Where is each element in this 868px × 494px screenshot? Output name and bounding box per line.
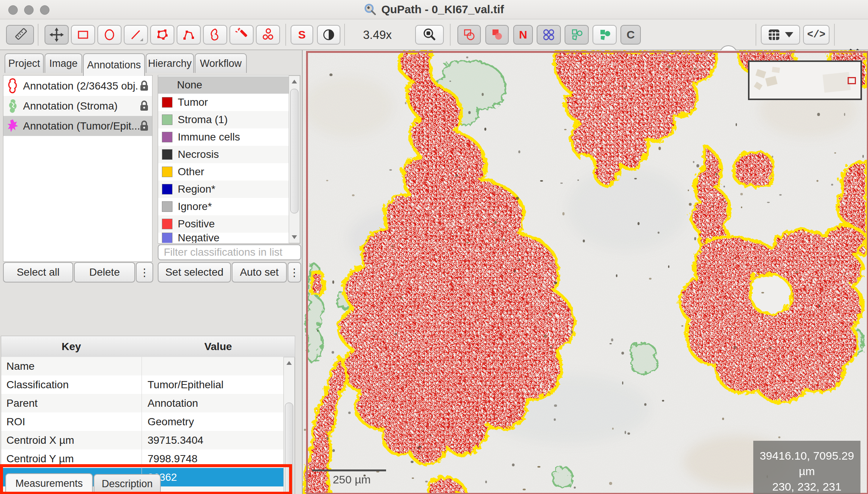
brightness-contrast-button[interactable] [317, 25, 340, 45]
annotation-more-button[interactable]: ⋮ [136, 262, 153, 283]
toolbar-separator [38, 24, 38, 46]
class-list-scrollbar[interactable] [289, 76, 300, 243]
script-editor-button[interactable]: </> [803, 25, 830, 45]
scrollbar-thumb[interactable] [290, 89, 299, 213]
class-list: None Tumor Stroma (1) Immune cells Necro… [158, 75, 300, 244]
class-row-ignore[interactable]: Ignore* [158, 198, 300, 215]
class-color-swatch [162, 132, 172, 142]
lock-icon [139, 120, 149, 132]
auto-set-button[interactable]: Auto set [232, 262, 287, 283]
scale-bar-label: 250 µm [320, 473, 384, 486]
overview-viewport-rectangle[interactable] [848, 77, 856, 84]
move-tool-button[interactable] [45, 25, 69, 45]
tab-description[interactable]: Description [94, 474, 161, 493]
column-header-key-label: Key [62, 341, 81, 353]
selection-mode-label: S [298, 28, 306, 41]
column-header-key[interactable]: Key [1, 336, 142, 358]
points-tool-button[interactable] [256, 25, 280, 45]
class-row-stroma[interactable]: Stroma (1) [158, 111, 300, 128]
overview-tissue-fragment [754, 82, 762, 90]
points-icon [261, 28, 275, 42]
class-filter-input[interactable] [158, 244, 301, 260]
scrollbar-thumb[interactable] [285, 403, 293, 494]
column-header-value[interactable]: Value [142, 336, 295, 358]
zoom-to-fit-button[interactable] [415, 25, 444, 45]
toolbar: S 3.49x N [0, 19, 868, 50]
class-row-none[interactable]: None [158, 76, 300, 94]
row-value: Tumor/Epithelial [142, 379, 223, 391]
rectangle-tool-button[interactable] [71, 25, 95, 45]
annotation-row[interactable]: Annotation (2/36435 obj... [3, 76, 152, 96]
class-row-immune-cells[interactable]: Immune cells [158, 128, 300, 146]
row-key: Classification [1, 379, 142, 391]
scroll-down-icon[interactable] [292, 235, 297, 239]
class-row-necrosis[interactable]: Necrosis [158, 146, 300, 163]
tab-annotations[interactable]: Annotations [83, 53, 145, 76]
table-row[interactable]: Name [1, 357, 295, 375]
show-classes-toggle[interactable] [593, 25, 617, 45]
scroll-up-icon[interactable] [292, 80, 297, 83]
annotation-row[interactable]: Annotation (Stroma) [3, 96, 152, 116]
class-row-region[interactable]: Region* [158, 181, 300, 198]
ellipse-tool-button[interactable] [97, 25, 122, 45]
annotation-row-selected[interactable]: Annotation (Tumor/Epit... [3, 116, 152, 136]
measurement-tables-button[interactable] [761, 25, 800, 45]
table-row[interactable]: Centroid Y µm 7998.9748 [1, 449, 295, 468]
scroll-up-icon[interactable] [286, 361, 292, 365]
row-key: Centroid Y µm [1, 453, 142, 465]
table-row[interactable]: Parent Annotation [1, 394, 295, 412]
class-row-other[interactable]: Other [158, 163, 300, 181]
tab-measurements[interactable]: Measurements [5, 473, 93, 493]
close-button[interactable] [8, 5, 18, 15]
maximize-button[interactable] [40, 5, 49, 15]
tab-annotations-label: Annotations [87, 59, 141, 71]
table-row[interactable]: Centroid X µm 39715.3404 [1, 431, 295, 449]
magnification-value[interactable]: 3.49x [349, 28, 406, 42]
set-selected-button[interactable]: Set selected [158, 262, 231, 283]
minimize-button[interactable] [24, 5, 34, 15]
image-viewer[interactable]: 250 µm 39416.10, 7095.29 µm 230, 232, 23… [303, 50, 868, 494]
delete-button[interactable]: Delete [74, 262, 135, 283]
title-bar: QuPath - 0_KI67_val.tif [0, 0, 868, 19]
toolbar-separator [450, 24, 451, 46]
class-row-tumor[interactable]: Tumor [158, 94, 300, 111]
class-row-label: Negative [178, 233, 220, 243]
fill-annotations-toggle[interactable] [485, 25, 509, 45]
fill-detections-toggle[interactable] [565, 25, 589, 45]
selection-mode-button[interactable]: S [291, 25, 313, 45]
class-color-swatch [162, 167, 172, 177]
toolbar-separator [756, 24, 756, 46]
cursor-pixel-rgb: 230, 232, 231 [753, 479, 860, 494]
row-key: Centroid X µm [1, 434, 142, 446]
table-scrollbar[interactable] [283, 357, 295, 494]
tab-project[interactable]: Project [5, 53, 44, 73]
select-all-button[interactable]: Select all [3, 262, 73, 283]
wand-tool-button[interactable] [229, 25, 254, 45]
class-color-swatch [162, 97, 172, 108]
overview-thumbnail[interactable] [748, 60, 862, 100]
line-tool-button[interactable] [124, 25, 148, 45]
tab-image[interactable]: Image [45, 53, 82, 73]
detection-shapes-outline-icon [569, 28, 584, 42]
polyline-tool-button[interactable] [177, 25, 201, 45]
slide-ruler-tool-button[interactable] [6, 25, 34, 45]
table-row[interactable]: ROI Geometry [1, 412, 295, 431]
show-detections-toggle[interactable] [537, 25, 561, 45]
class-row-positive[interactable]: Positive [158, 215, 300, 233]
brush-tool-button[interactable] [203, 25, 227, 45]
class-more-button[interactable]: ⋮ [288, 262, 301, 283]
column-divider [142, 357, 142, 494]
class-row-label: Stroma (1) [178, 114, 228, 126]
lock-icon [139, 80, 149, 92]
move-icon [49, 28, 64, 42]
class-color-swatch [162, 233, 172, 243]
tab-hierarchy[interactable]: Hierarchy [146, 53, 194, 73]
show-connections-toggle[interactable]: C [620, 25, 641, 45]
show-names-toggle[interactable]: N [513, 25, 533, 45]
show-annotations-toggle[interactable] [457, 25, 481, 45]
class-row-negative[interactable]: Negative [158, 233, 300, 243]
table-row[interactable]: Classification Tumor/Epithelial [1, 375, 295, 394]
polygon-tool-button[interactable] [150, 25, 174, 45]
slide-canvas[interactable] [303, 50, 868, 494]
tab-workflow[interactable]: Workflow [195, 53, 247, 73]
